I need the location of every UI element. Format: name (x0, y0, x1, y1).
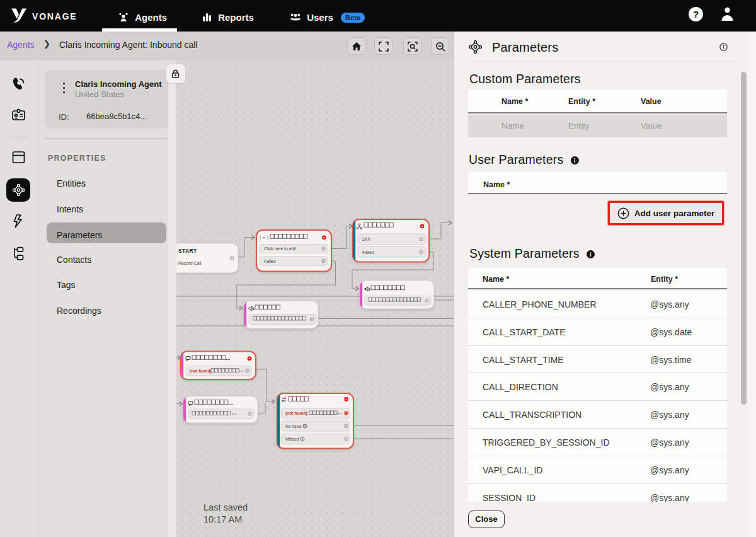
svg-text:Missed: Missed (285, 437, 299, 441)
svg-text:Record Call: Record Call (178, 261, 202, 265)
svg-text:START: START (178, 248, 197, 254)
svg-text::: : (306, 411, 307, 415)
svg-text:(not found): (not found) (285, 411, 307, 416)
svg-text:(not found): (not found) (190, 369, 212, 374)
svg-text:No input: No input (285, 424, 301, 429)
svg-text:Failed: Failed (362, 250, 374, 255)
svg-text:Click here to edit: Click here to edit (264, 246, 296, 251)
svg-text:Failed: Failed (264, 259, 276, 263)
svg-text:2XX: 2XX (362, 237, 370, 241)
